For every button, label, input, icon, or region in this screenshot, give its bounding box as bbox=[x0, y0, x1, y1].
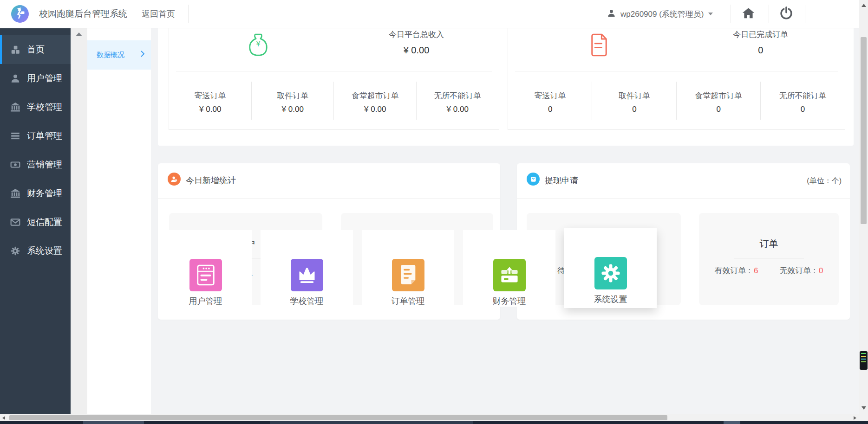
card-title: 今日新增统计 bbox=[186, 163, 236, 198]
bank-icon bbox=[10, 188, 20, 199]
shortcut-label: 订单管理 bbox=[362, 296, 454, 307]
bottom-edge-strip bbox=[0, 421, 868, 424]
substat-canteen-orders: 食堂超市订单 ¥ 0.00 bbox=[334, 71, 417, 130]
submenu-item-data-overview[interactable]: 数据概况 bbox=[87, 40, 151, 70]
horizontal-scrollbar-thumb[interactable] bbox=[9, 415, 667, 420]
income-stat-card: ¥ 今日平台总收入 ¥ 0.00 寄送订单 ¥ 0.00 取件订单 bbox=[169, 28, 499, 130]
main-content: ¥ 今日平台总收入 ¥ 0.00 寄送订单 ¥ 0.00 取件订单 bbox=[151, 28, 859, 414]
sidebar-item-label: 系统设置 bbox=[27, 245, 62, 257]
sidebar-item-home[interactable]: 首页 bbox=[0, 35, 71, 64]
username-label: wp260909 (系统管理员) bbox=[620, 9, 704, 19]
shortcut-finance-management[interactable]: 财务管理 bbox=[463, 230, 555, 307]
horizontal-scrollbar[interactable] bbox=[0, 414, 859, 421]
document-icon bbox=[590, 33, 608, 58]
overview-panel: ¥ 今日平台总收入 ¥ 0.00 寄送订单 ¥ 0.00 取件订单 bbox=[158, 28, 854, 146]
substat-pickup-orders: 取件订单 ¥ 0.00 bbox=[252, 71, 334, 130]
app-logo[interactable] bbox=[11, 5, 29, 23]
sidebar-item-label: 学校管理 bbox=[27, 101, 62, 113]
stat-value: ¥ 0.00 bbox=[334, 45, 499, 56]
power-icon bbox=[779, 6, 793, 22]
substat-anything-orders: 无所不能订单 0 bbox=[761, 71, 845, 130]
chevron-down-icon bbox=[708, 13, 713, 15]
floating-widget[interactable] bbox=[860, 351, 868, 370]
header-divider bbox=[805, 5, 805, 23]
header-divider bbox=[731, 5, 731, 23]
card-title: 提现申请 bbox=[545, 163, 578, 198]
stat-value: 0 bbox=[677, 45, 845, 56]
cubes-icon bbox=[10, 45, 20, 55]
scroll-left-arrow-icon[interactable] bbox=[2, 416, 5, 420]
bank-icon bbox=[10, 102, 20, 112]
user-icon bbox=[607, 9, 616, 19]
stat-title: 今日已完成订单 bbox=[677, 29, 845, 40]
vertical-scrollbar-thumb[interactable] bbox=[861, 37, 867, 224]
home-icon bbox=[742, 7, 755, 21]
money-bag-icon: ¥ bbox=[248, 33, 268, 58]
app-root: 校园跑腿后台管理系统 返回首页 wp260909 (系统管理员) bbox=[0, 0, 868, 424]
invalid-orders-count: 0 bbox=[819, 266, 823, 275]
crown-icon bbox=[291, 259, 323, 291]
shortcut-school-management[interactable]: 学校管理 bbox=[261, 230, 353, 307]
header-divider bbox=[188, 5, 189, 23]
sidebar-item-finance[interactable]: 财务管理 bbox=[0, 179, 71, 208]
shortcut-system-settings[interactable]: 系统设置 bbox=[564, 228, 657, 308]
main-sidebar: 首页 用户管理 学校管理 订单管理 bbox=[0, 28, 71, 414]
list-icon bbox=[10, 131, 20, 141]
sidebar-item-users[interactable]: 用户管理 bbox=[0, 64, 71, 93]
scroll-right-arrow-icon[interactable] bbox=[854, 416, 856, 420]
scroll-up-arrow-icon[interactable] bbox=[76, 32, 82, 36]
home-button[interactable] bbox=[737, 0, 760, 28]
submenu-scrollbar[interactable] bbox=[71, 28, 87, 414]
logout-button[interactable] bbox=[775, 0, 798, 28]
user-panel-icon bbox=[189, 259, 222, 291]
sidebar-item-label: 短信配置 bbox=[27, 216, 62, 228]
money-bill-icon bbox=[10, 160, 20, 170]
finance-box-icon bbox=[493, 259, 526, 291]
completed-orders-stat-card: 今日已完成订单 0 寄送订单 0 取件订单 0 食堂超市订单 bbox=[508, 28, 845, 130]
svg-text:¥: ¥ bbox=[255, 39, 261, 48]
sidebar-item-schools[interactable]: 学校管理 bbox=[0, 93, 71, 122]
divider bbox=[734, 258, 804, 258]
header-divider bbox=[769, 5, 769, 23]
gear-icon bbox=[10, 246, 20, 256]
gear-icon bbox=[594, 257, 627, 289]
shortcut-order-management[interactable]: 订单管理 bbox=[362, 230, 454, 307]
shortcut-label: 系统设置 bbox=[564, 294, 657, 305]
sidebar-item-marketing[interactable]: 营销管理 bbox=[0, 150, 71, 179]
sidebar-item-label: 订单管理 bbox=[27, 130, 62, 142]
vertical-scrollbar[interactable] bbox=[859, 0, 868, 421]
substat-canteen-orders: 食堂超市订单 0 bbox=[677, 71, 761, 130]
sidebar-item-orders[interactable]: 订单管理 bbox=[0, 122, 71, 150]
unit-note: (单位：个) bbox=[807, 163, 842, 198]
sidebar-item-label: 首页 bbox=[27, 44, 45, 56]
substat-anything-orders: 无所不能订单 ¥ 0.00 bbox=[417, 71, 499, 130]
stat-title: 今日平台总收入 bbox=[334, 29, 499, 40]
substat-pickup-orders: 取件订单 0 bbox=[592, 71, 676, 130]
document-lines-icon bbox=[392, 259, 424, 291]
substat-send-orders: 寄送订单 ¥ 0.00 bbox=[169, 71, 252, 130]
top-header: 校园跑腿后台管理系统 返回首页 wp260909 (系统管理员) bbox=[0, 0, 859, 28]
page-title: 校园跑腿后台管理系统 bbox=[39, 0, 127, 28]
valid-orders-count: 6 bbox=[754, 266, 758, 275]
submenu-item-label: 数据概况 bbox=[97, 51, 124, 59]
user-menu[interactable]: wp260909 (系统管理员) bbox=[607, 0, 713, 28]
shortcut-label: 学校管理 bbox=[261, 296, 353, 307]
shortcut-label: 财务管理 bbox=[463, 296, 555, 307]
submenu-panel: 数据概况 bbox=[87, 28, 151, 414]
withdraw-orders-box: 订单 有效订单 :6 无效订单 :0 bbox=[699, 213, 839, 305]
message-bag-icon bbox=[527, 173, 540, 186]
scroll-down-arrow-icon[interactable] bbox=[861, 406, 866, 410]
back-home-link[interactable]: 返回首页 bbox=[142, 0, 175, 28]
substat-send-orders: 寄送订单 0 bbox=[508, 71, 592, 130]
sidebar-item-label: 财务管理 bbox=[27, 187, 62, 199]
shortcut-label: 用户管理 bbox=[159, 296, 252, 307]
runner-logo-icon bbox=[14, 7, 26, 21]
sidebar-item-settings[interactable]: 系统设置 bbox=[0, 237, 71, 265]
person-badge-icon bbox=[168, 173, 181, 186]
sidebar-item-label: 营销管理 bbox=[27, 159, 62, 171]
envelope-icon bbox=[10, 217, 20, 227]
sidebar-item-sms[interactable]: 短信配置 bbox=[0, 208, 71, 237]
user-icon bbox=[10, 73, 20, 84]
scroll-up-arrow-icon[interactable] bbox=[861, 4, 866, 7]
shortcut-user-management[interactable]: 用户管理 bbox=[159, 230, 252, 307]
